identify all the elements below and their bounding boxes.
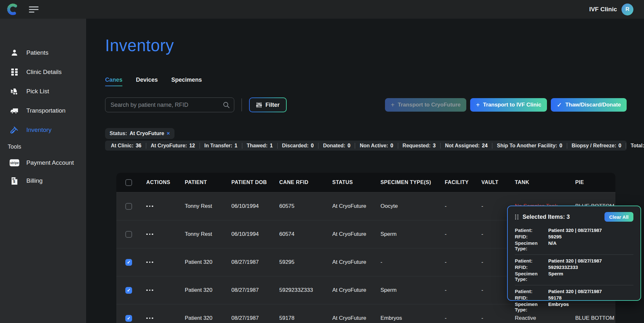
sidebar-item-transportation[interactable]: Transportation — [0, 102, 86, 119]
transport-to-ivf-clinic-button[interactable]: + Transport to IVF Clinic — [470, 98, 547, 112]
header-vault: VAULT — [481, 180, 515, 185]
search-wrap — [105, 97, 234, 112]
patient-label: Patient: — [515, 289, 548, 294]
specimen-type-label: Specimen Type: — [515, 240, 548, 251]
search-icon — [223, 101, 230, 108]
cell-status: At CryoFuture — [332, 203, 380, 209]
stat-item: Total: 77 — [626, 143, 644, 149]
rfid-value: 59178 — [548, 295, 633, 300]
cell-facility: - — [445, 203, 481, 209]
sidebar-item-inventory[interactable]: Inventory — [0, 122, 86, 138]
specimen-type-label: Specimen Type: — [515, 271, 548, 282]
patient-value: Patient 320 | 08/27/1987 — [548, 227, 633, 233]
selected-item: Patient: Patient 320 | 08/27/1987 RFID: … — [515, 226, 633, 254]
cell-facility: - — [445, 231, 481, 237]
stat-item: In Transfer: 1 — [200, 143, 242, 149]
sidebar-item-label: Inventory — [26, 126, 51, 134]
selected-items-list: Patient: Patient 320 | 08/27/1987 RFID: … — [515, 226, 633, 316]
cell-specimen-types: Oocyte — [380, 203, 445, 209]
tab-bar: Canes Devices Specimens — [105, 77, 202, 86]
row-checkbox[interactable] — [125, 259, 132, 266]
row-actions-icon[interactable] — [146, 206, 185, 207]
select-all-checkbox[interactable] — [125, 179, 132, 186]
brand-logo-icon[interactable] — [6, 3, 19, 15]
cell-facility: - — [445, 287, 481, 293]
row-checkbox[interactable] — [125, 203, 132, 210]
row-actions-icon[interactable] — [146, 290, 185, 291]
cell-facility: - — [445, 315, 481, 321]
cell-patient: Patient 320 — [185, 315, 231, 321]
topbar-right: IVF Clinic R — [589, 4, 633, 15]
truck-icon — [10, 107, 19, 115]
avatar[interactable]: R — [622, 4, 633, 15]
cell-tank: Reactive — [515, 315, 575, 321]
transport-to-cryofuture-button[interactable]: + Transport to CryoFuture — [385, 98, 466, 112]
sidebar-item-billing[interactable]: $ Billing — [0, 172, 86, 189]
cell-patient-dob: 08/27/1987 — [231, 315, 279, 321]
rfid-value: 5929233Z333 — [548, 264, 633, 270]
chip-close-icon[interactable]: × — [167, 130, 170, 137]
sidebar-item-payment-account[interactable]: stripe Payment Account — [0, 154, 86, 171]
tab-item[interactable]: Devices — [136, 77, 158, 86]
sidebar-item-label: Transportation — [26, 107, 66, 114]
cell-specimen-types: Embryos — [380, 315, 445, 321]
header-patient-dob: PATIENT DOB — [231, 180, 279, 185]
cell-patient: Patient 320 — [185, 287, 231, 293]
clear-all-button[interactable]: Clear All — [604, 212, 633, 222]
header-status: STATUS — [332, 180, 380, 185]
svg-text:$: $ — [13, 180, 15, 183]
app-root: IVF Clinic R Patients Clinic Details Pic… — [0, 0, 644, 323]
sidebar-item-pick-list[interactable]: Pick List — [0, 83, 86, 100]
drag-handle-icon[interactable] — [515, 214, 519, 220]
search-input[interactable] — [105, 97, 234, 112]
cell-patient-dob: 06/10/1994 — [231, 203, 279, 209]
stat-item: At CryoFuture: 12 — [146, 143, 200, 149]
status-filter-chip: Status: At CryoFuture × — [105, 128, 174, 139]
toolbar: Filter + Transport to CryoFuture + Trans… — [105, 97, 627, 112]
plus-icon: + — [391, 102, 395, 108]
cell-patient-dob: 08/27/1987 — [231, 287, 279, 293]
invoice-icon: $ — [10, 177, 19, 185]
filter-button[interactable]: Filter — [249, 97, 287, 112]
tab-item[interactable]: Canes — [105, 77, 122, 86]
cell-patient-dob: 06/10/1994 — [231, 231, 279, 237]
row-actions-icon[interactable] — [146, 262, 185, 263]
sidebar-item-clinic-details[interactable]: Clinic Details — [0, 64, 86, 80]
test-tube-icon — [10, 126, 19, 134]
stat-item: Discarded: 0 — [278, 143, 319, 149]
cell-cane-rfid: 60575 — [279, 203, 332, 209]
person-icon — [10, 49, 19, 57]
row-checkbox[interactable] — [125, 315, 132, 322]
menu-icon[interactable] — [29, 6, 39, 13]
header-facility: FACILITY — [445, 180, 481, 185]
header-patient: PATIENT — [185, 180, 231, 185]
cell-pie: BLUE BOTTOM — [575, 315, 615, 321]
stat-item: Biopsy / Refreeze: 0 — [567, 143, 626, 149]
row-actions-icon[interactable] — [146, 234, 185, 235]
selected-items-panel: Selected Items: 3 Clear All Patient: Pat… — [507, 206, 641, 301]
cell-specimen-types: - — [380, 259, 445, 265]
cell-patient: Tonny Rest — [185, 231, 231, 237]
grid-icon — [10, 68, 19, 76]
stat-item: At Clinic: 36 — [106, 143, 146, 149]
selected-items-header: Selected Items: 3 Clear All — [515, 212, 633, 222]
tab-item[interactable]: Specimens — [171, 77, 202, 86]
row-checkbox[interactable] — [125, 287, 132, 294]
sidebar-section-tools: Tools — [8, 143, 21, 150]
sidebar-item-patients[interactable]: Patients — [0, 44, 86, 61]
row-actions-icon[interactable] — [146, 318, 185, 319]
header-actions: ACTIONS — [146, 180, 185, 185]
rfid-label: RFID: — [515, 264, 548, 270]
row-checkbox[interactable] — [125, 231, 132, 238]
plus-icon: + — [476, 102, 480, 108]
check-icon: ✓ — [557, 102, 562, 108]
stat-item: Thawed: 1 — [242, 143, 278, 149]
clinic-name: IVF Clinic — [589, 6, 617, 13]
cell-cane-rfid: 59295 — [279, 259, 332, 265]
page-title: Inventory — [105, 36, 174, 55]
stat-item: Not Assigned: 24 — [441, 143, 493, 149]
sidebar-item-label: Payment Account — [26, 159, 74, 166]
thaw-discard-donate-button[interactable]: ✓ Thaw/Discard/Donate — [551, 98, 627, 112]
patient-label: Patient: — [515, 227, 548, 233]
cell-specimen-types: Sperm — [380, 231, 445, 237]
